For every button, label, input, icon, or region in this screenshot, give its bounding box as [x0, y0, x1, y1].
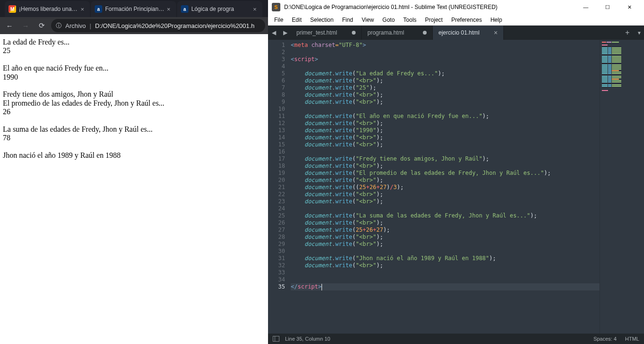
- code-line[interactable]: [291, 205, 599, 212]
- code-line[interactable]: document.write(25+26+27);: [291, 226, 599, 234]
- sublime-titlebar[interactable]: S D:\ONE\Logica de Programacion\ejercici…: [268, 0, 644, 14]
- code-line[interactable]: document.write("El promedio de las edade…: [291, 170, 599, 177]
- sublime-window: S D:\ONE\Logica de Programacion\ejercici…: [268, 0, 644, 344]
- menu-item[interactable]: Selection: [306, 17, 338, 23]
- code-line[interactable]: document.write("25");: [291, 84, 599, 91]
- code-line[interactable]: document.write("El año en que nació Fred…: [291, 113, 599, 120]
- gutter[interactable]: 1234567891011121314151617181920212223242…: [268, 40, 289, 334]
- menu-item[interactable]: File: [270, 17, 287, 23]
- sidebar-toggle-icon[interactable]: [273, 336, 279, 342]
- menu-item[interactable]: Goto: [378, 17, 399, 23]
- sublime-tabrow: ◀ ▶ primer_test.htmlprograma.htmlejercic…: [268, 26, 644, 40]
- menu-item[interactable]: Help: [486, 17, 507, 23]
- close-icon[interactable]: ×: [494, 29, 498, 36]
- code-line[interactable]: document.write("1990");: [291, 127, 599, 134]
- url-path: D:/ONE/Logica%20de%20Programacion/ejerci…: [95, 22, 255, 29]
- tab-label: programa.html: [367, 29, 404, 36]
- tab-menu-button[interactable]: ▼: [635, 30, 644, 36]
- back-button[interactable]: ←: [3, 19, 16, 32]
- code-line[interactable]: document.write("<br>");: [291, 191, 599, 198]
- code-line[interactable]: document.write((25+26+27)/3);: [291, 184, 599, 191]
- tab-label: Lógica de progra: [191, 6, 251, 12]
- code-line[interactable]: document.write("<br>");: [291, 141, 599, 148]
- minimap[interactable]: [599, 40, 644, 334]
- code-line[interactable]: [291, 269, 599, 276]
- content-line: 1990: [3, 73, 265, 81]
- code-line[interactable]: document.write("<br>");: [291, 134, 599, 141]
- url-bar[interactable]: ⓘ Archivo | D:/ONE/Logica%20de%20Program…: [51, 19, 265, 32]
- menu-item[interactable]: Tools: [399, 17, 421, 23]
- forward-button[interactable]: →: [19, 19, 32, 32]
- dirty-dot-icon: [423, 31, 427, 35]
- code-line[interactable]: document.write("<br>");: [291, 219, 599, 226]
- close-icon[interactable]: ×: [251, 6, 259, 13]
- code-line[interactable]: [291, 49, 599, 56]
- editor-tab[interactable]: ejercicio 01.html×: [433, 26, 504, 40]
- minimize-button[interactable]: —: [575, 0, 597, 14]
- tab-label: ejercicio 01.html: [438, 29, 480, 36]
- close-icon[interactable]: ×: [165, 6, 172, 13]
- code-line[interactable]: <script>: [291, 56, 599, 63]
- code-line[interactable]: document.write("La suma de las edades de…: [291, 212, 599, 219]
- code-line[interactable]: document.write("<br>");: [291, 241, 599, 248]
- code-line[interactable]: document.write("<br>");: [291, 198, 599, 205]
- content-line: 26: [3, 108, 265, 116]
- close-icon[interactable]: ×: [79, 6, 86, 13]
- content-line: [3, 143, 265, 151]
- content-line: [3, 117, 265, 125]
- code-line[interactable]: [291, 248, 599, 255]
- new-tab-button[interactable]: +: [620, 28, 635, 37]
- chrome-tab[interactable]: a Formación Principiante en Pr ×: [91, 1, 176, 17]
- editor-tab[interactable]: programa.html: [362, 26, 433, 40]
- content-line: Fredy tiene dos amigos, Jhon y Raúl: [3, 90, 265, 99]
- window-controls: — ☐ ✕: [575, 0, 640, 14]
- menu-item[interactable]: Edit: [287, 17, 306, 23]
- code-line[interactable]: document.write("Jhon nació el año 1989 y…: [291, 255, 599, 262]
- alura-icon: a: [95, 5, 102, 13]
- content-line: La edad de Fredy es...: [3, 38, 265, 46]
- code-line[interactable]: document.write("<br>");: [291, 234, 599, 241]
- content-line: La suma de las edades de Fredy, Jhon y R…: [3, 125, 265, 134]
- info-icon: ⓘ: [56, 22, 62, 30]
- code-line[interactable]: </script>: [291, 283, 599, 290]
- indent-setting[interactable]: Spaces: 4: [593, 336, 617, 342]
- window-title: D:\ONE\Logica de Programacion\ejercicio …: [284, 4, 575, 10]
- code-line[interactable]: document.write("<br>");: [291, 91, 599, 99]
- code-line[interactable]: document.write("<br>");: [291, 77, 599, 84]
- reload-button[interactable]: ⟳: [35, 19, 48, 32]
- tab-scroll-left[interactable]: ◀: [268, 26, 279, 40]
- code-area[interactable]: <meta charset="UTF-8"><script> document.…: [289, 40, 599, 334]
- menu-item[interactable]: Find: [338, 17, 357, 23]
- chrome-tab[interactable]: M ¡Hemos liberado una nueva f ×: [5, 1, 90, 17]
- content-line: [3, 81, 265, 90]
- tab-label: Formación Principiante en Pr: [105, 6, 165, 12]
- menu-item[interactable]: View: [358, 17, 378, 23]
- code-line[interactable]: document.write("Fredy tiene dos amigos, …: [291, 155, 599, 163]
- code-line[interactable]: document.write("<br>");: [291, 163, 599, 170]
- syntax-setting[interactable]: HTML: [625, 336, 639, 342]
- maximize-button[interactable]: ☐: [597, 0, 618, 14]
- code-line[interactable]: document.write("La edad de Fredy es...")…: [291, 70, 599, 77]
- code-line[interactable]: [291, 63, 599, 70]
- sublime-body: 1234567891011121314151617181920212223242…: [268, 40, 644, 334]
- content-line: 78: [3, 134, 265, 142]
- code-line[interactable]: document.write("<br>");: [291, 99, 599, 106]
- menu-item[interactable]: Preferences: [447, 17, 486, 23]
- content-line: El promedio de las edades de Fredy, Jhon…: [3, 99, 265, 108]
- sublime-logo-icon: S: [272, 3, 280, 11]
- code-line[interactable]: document.write("<br>");: [291, 177, 599, 184]
- chrome-content: La edad de Fredy es...25 El año en que n…: [0, 34, 268, 163]
- code-line[interactable]: [291, 148, 599, 155]
- code-line[interactable]: [291, 106, 599, 113]
- sublime-menubar: FileEditSelectionFindViewGotoToolsProjec…: [268, 14, 644, 26]
- editor-tab[interactable]: primer_test.html: [291, 26, 362, 40]
- close-button[interactable]: ✕: [618, 0, 640, 14]
- chrome-tab[interactable]: a Lógica de progra ×: [177, 1, 262, 17]
- code-line[interactable]: <meta charset="UTF-8">: [291, 42, 599, 49]
- menu-item[interactable]: Project: [421, 17, 447, 23]
- code-line[interactable]: [291, 276, 599, 283]
- code-line[interactable]: document.write("<br>");: [291, 262, 599, 269]
- code-line[interactable]: document.write("<br>");: [291, 120, 599, 127]
- tab-scroll-right[interactable]: ▶: [279, 26, 291, 40]
- cursor-position[interactable]: Line 35, Column 10: [285, 336, 330, 342]
